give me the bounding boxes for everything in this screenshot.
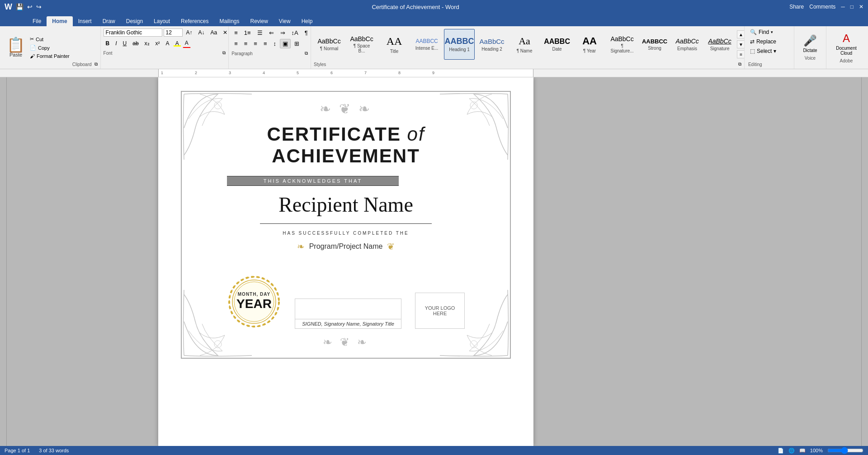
view-print-button[interactable]: 📄 bbox=[778, 448, 784, 454]
align-right-button[interactable]: ≡ bbox=[251, 39, 260, 48]
tab-draw[interactable]: Draw bbox=[97, 16, 121, 26]
tab-layout[interactable]: Layout bbox=[148, 16, 175, 26]
style-signature2[interactable]: AaBbCc Signature bbox=[704, 29, 735, 60]
replace-button[interactable]: ⇄ Replace bbox=[748, 38, 790, 46]
style-date[interactable]: AABBC Date bbox=[542, 29, 572, 60]
line-spacing-button[interactable]: ↕ bbox=[271, 39, 279, 48]
highlight-button[interactable]: A bbox=[173, 39, 181, 48]
tab-references[interactable]: References bbox=[175, 16, 214, 26]
font-size-input[interactable] bbox=[164, 28, 183, 37]
subscript-button[interactable]: x₂ bbox=[142, 39, 152, 48]
style-heading1[interactable]: AABBC Heading 1 bbox=[444, 29, 475, 60]
styles-more[interactable]: ≡ bbox=[737, 50, 745, 58]
styles-scroll-up[interactable]: ▲ bbox=[737, 30, 745, 38]
tab-help[interactable]: Help bbox=[296, 16, 318, 26]
tab-view[interactable]: View bbox=[274, 16, 296, 26]
change-case-button[interactable]: Aa bbox=[208, 28, 220, 37]
cert-acknowledges: THIS ACKNOWLEDGES THAT bbox=[227, 176, 399, 185]
tab-home[interactable]: Home bbox=[47, 16, 72, 26]
find-button[interactable]: 🔍 Find ▾ bbox=[748, 28, 790, 36]
tab-design[interactable]: Design bbox=[121, 16, 148, 26]
style-name[interactable]: Aa ¶ Name bbox=[509, 29, 540, 60]
styles-launcher[interactable]: ⧉ bbox=[738, 62, 741, 67]
style-strong[interactable]: AABBCC Strong bbox=[639, 29, 670, 60]
font-name-input[interactable] bbox=[104, 28, 162, 37]
clipboard-launcher[interactable]: ⧉ bbox=[94, 62, 98, 67]
cut-button[interactable]: ✂ Cut bbox=[28, 35, 71, 43]
copy-button[interactable]: 📄 Copy bbox=[28, 44, 71, 52]
zoom-slider[interactable] bbox=[827, 447, 863, 454]
adobe-group: A Document Cloud Adobe bbox=[826, 26, 866, 69]
styles-scroll-down[interactable]: ▼ bbox=[737, 40, 745, 48]
style-title[interactable]: AA Title bbox=[379, 29, 410, 60]
align-left-button[interactable]: ≡ bbox=[231, 39, 241, 48]
underline-button[interactable]: U bbox=[121, 39, 129, 48]
style-signature[interactable]: AaBbCc ¶ Signature... bbox=[607, 29, 637, 60]
qat-redo[interactable]: ↪ bbox=[36, 3, 42, 10]
paste-icon: 📋 bbox=[7, 38, 25, 52]
style-normal-label: ¶ Normal bbox=[320, 46, 338, 51]
tab-file[interactable]: File bbox=[27, 16, 47, 26]
decrease-font-button[interactable]: A↓ bbox=[196, 28, 207, 37]
align-center-button[interactable]: ≡ bbox=[241, 39, 250, 48]
dictate-button[interactable]: 🎤 Dictate bbox=[803, 34, 817, 53]
strikethrough-button[interactable]: ab bbox=[130, 39, 141, 48]
view-read-button[interactable]: 📖 bbox=[799, 448, 806, 454]
adobe-button[interactable]: A Document Cloud bbox=[830, 32, 863, 56]
tab-review[interactable]: Review bbox=[245, 16, 274, 26]
tab-mailings[interactable]: Mailings bbox=[214, 16, 245, 26]
scrollbar[interactable] bbox=[861, 77, 868, 446]
numbering-button[interactable]: 1≡ bbox=[241, 28, 254, 38]
style-intense-emphasis[interactable]: AABBCC Intense E... bbox=[411, 29, 442, 60]
clipboard-group: 📋 Paste ✂ Cut 📄 Copy 🖌 Format Painter Cl… bbox=[2, 26, 101, 69]
close-button[interactable]: ✕ bbox=[859, 4, 863, 10]
dictate-icon: 🎤 bbox=[803, 34, 817, 47]
decrease-indent-button[interactable]: ⇐ bbox=[266, 28, 277, 38]
increase-indent-button[interactable]: ⇒ bbox=[278, 28, 288, 38]
font-color-button[interactable]: A bbox=[183, 38, 191, 48]
style-year[interactable]: AA ¶ Year bbox=[574, 29, 605, 60]
font-launcher[interactable]: ⧉ bbox=[222, 50, 226, 56]
font-group: A↑ A↓ Aa ✕ B I U ab x₂ x² A A A Font ⧉ bbox=[101, 26, 229, 69]
style-date-label: Date bbox=[552, 47, 562, 52]
cert-program[interactable]: Program/Project Name bbox=[309, 242, 383, 251]
styles-row: AaBbCc ¶ Normal AaBbCc ¶ Space B... AA T… bbox=[314, 28, 741, 61]
document-area[interactable]: ❧ ❦ ❧ CERTIFICATE of ACHIEVEMENT THIS AC… bbox=[158, 77, 533, 446]
style-date-preview: AABBC bbox=[544, 37, 570, 46]
italic-button[interactable]: I bbox=[113, 39, 119, 48]
increase-font-button[interactable]: A↑ bbox=[184, 28, 195, 37]
tab-insert[interactable]: Insert bbox=[73, 16, 97, 26]
cert-completed: HAS SUCCESSFULLY COMPLETED THE bbox=[227, 231, 465, 236]
justify-button[interactable]: ≡ bbox=[261, 39, 270, 48]
format-painter-button[interactable]: 🖌 Format Painter bbox=[28, 52, 71, 60]
maximize-button[interactable]: □ bbox=[850, 4, 854, 10]
style-name-label: ¶ Name bbox=[517, 48, 533, 53]
style-space-before[interactable]: AaBbCc ¶ Space B... bbox=[346, 29, 377, 60]
sort-button[interactable]: ↕A bbox=[289, 28, 301, 38]
style-heading2[interactable]: AaBbCc Heading 2 bbox=[476, 29, 507, 60]
comments-button[interactable]: Comments bbox=[809, 4, 835, 10]
shading-button[interactable]: ▣ bbox=[280, 39, 291, 48]
show-formatting-button[interactable]: ¶ bbox=[302, 28, 311, 38]
styles-group: AaBbCc ¶ Normal AaBbCc ¶ Space B... AA T… bbox=[311, 26, 745, 69]
share-button[interactable]: Share bbox=[789, 4, 804, 10]
paste-button[interactable]: 📋 Paste bbox=[5, 28, 27, 67]
paragraph-launcher[interactable]: ⧉ bbox=[305, 51, 308, 56]
multilevel-button[interactable]: ☰ bbox=[255, 28, 265, 38]
ribbon-tabs: File Home Insert Draw Design Layout Refe… bbox=[0, 14, 868, 26]
style-normal[interactable]: AaBbCc ¶ Normal bbox=[314, 29, 344, 60]
borders-button[interactable]: ⊞ bbox=[292, 39, 302, 48]
cert-recipient[interactable]: Recipient Name bbox=[227, 193, 465, 217]
style-emphasis[interactable]: AaBbCc Emphasis bbox=[672, 29, 703, 60]
bold-button[interactable]: B bbox=[104, 39, 112, 48]
cert-line-recipient bbox=[260, 223, 432, 224]
cut-icon: ✂ bbox=[30, 36, 34, 42]
minimize-button[interactable]: ─ bbox=[841, 4, 845, 10]
bullets-button[interactable]: ≡ bbox=[231, 28, 241, 38]
text-effects-button[interactable]: A bbox=[164, 39, 172, 48]
select-button[interactable]: ⬚ Select ▾ bbox=[748, 47, 790, 55]
qat-save[interactable]: 💾 bbox=[16, 3, 24, 10]
view-web-button[interactable]: 🌐 bbox=[788, 448, 795, 454]
qat-undo[interactable]: ↩ bbox=[27, 3, 33, 10]
superscript-button[interactable]: x² bbox=[153, 39, 162, 48]
